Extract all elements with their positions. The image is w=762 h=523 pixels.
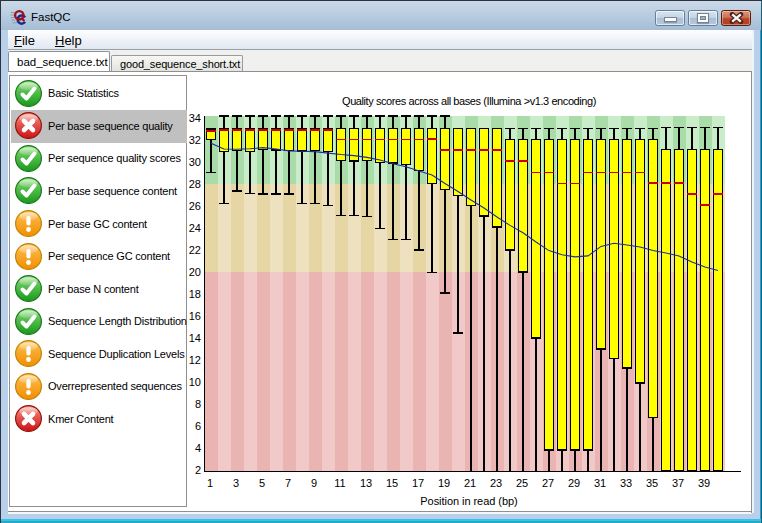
svg-text:Quality scores across all base: Quality scores across all bases (Illumin… [342,95,596,107]
svg-text:39: 39 [698,477,710,489]
svg-text:16: 16 [189,310,201,322]
svg-text:7: 7 [285,477,291,489]
svg-text:30: 30 [189,156,201,168]
svg-text:6: 6 [195,420,201,432]
svg-text:34: 34 [189,112,201,124]
svg-text:22: 22 [189,244,201,256]
svg-text:9: 9 [311,477,317,489]
svg-text:17: 17 [412,477,424,489]
svg-text:2: 2 [195,464,201,476]
svg-text:35: 35 [646,477,658,489]
svg-text:13: 13 [360,477,372,489]
svg-text:28: 28 [189,178,201,190]
svg-text:37: 37 [672,477,684,489]
svg-text:Position in read (bp): Position in read (bp) [420,495,517,507]
svg-text:5: 5 [259,477,265,489]
svg-text:33: 33 [620,477,632,489]
svg-text:12: 12 [189,354,201,366]
svg-text:18: 18 [189,288,201,300]
svg-text:24: 24 [189,222,201,234]
svg-text:21: 21 [464,477,476,489]
svg-text:15: 15 [386,477,398,489]
svg-text:23: 23 [490,477,502,489]
svg-text:11: 11 [334,477,345,489]
svg-text:25: 25 [516,477,528,489]
svg-text:8: 8 [195,398,201,410]
svg-text:20: 20 [189,266,201,278]
svg-text:3: 3 [233,477,239,489]
svg-text:29: 29 [568,477,580,489]
svg-text:26: 26 [189,200,201,212]
svg-text:31: 31 [594,477,606,489]
svg-text:32: 32 [189,134,201,146]
svg-text:10: 10 [189,376,201,388]
svg-text:4: 4 [195,442,201,454]
svg-text:1: 1 [207,477,213,489]
svg-text:19: 19 [438,477,450,489]
svg-text:14: 14 [189,332,201,344]
svg-text:27: 27 [542,477,554,489]
